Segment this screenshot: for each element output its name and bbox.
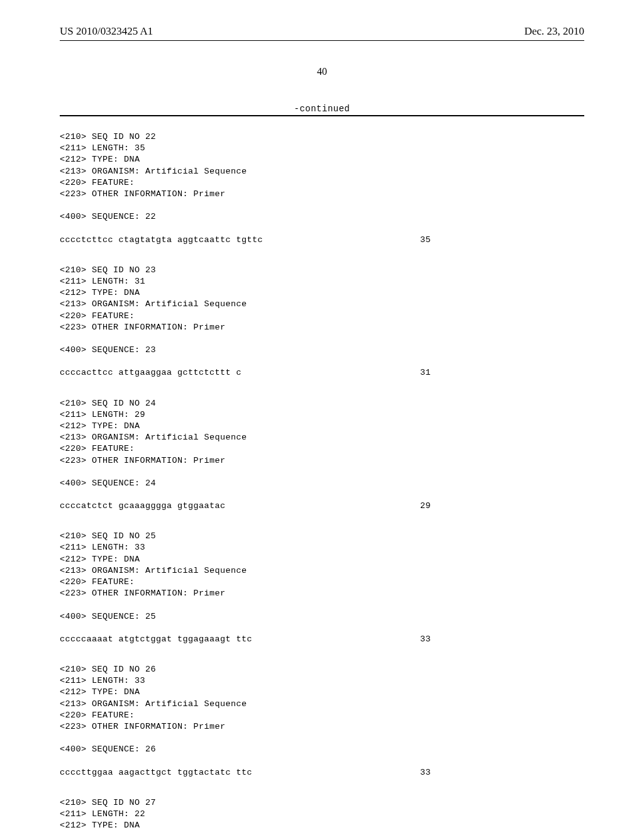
sequence-meta-line: <220> FEATURE: [60,710,584,721]
sequence-meta-line: <223> OTHER INFORMATION: Primer [60,721,584,733]
sequence-meta-line: <212> TYPE: DNA [60,154,584,165]
sequence-length: 31 [420,367,431,379]
sequence-meta-line: <212> TYPE: DNA [60,554,584,565]
publication-date: Dec. 23, 2010 [525,25,584,38]
sequence-block: <210> SEQ ID NO 26<211> LENGTH: 33<212> … [60,664,584,778]
sequence-length: 33 [420,767,431,778]
sequence-meta-line: <223> OTHER INFORMATION: Primer [60,189,584,200]
sequence-meta-line: <212> TYPE: DNA [60,820,584,830]
sequence-block: <210> SEQ ID NO 23<211> LENGTH: 31<212> … [60,265,584,379]
page-container: US 2010/0323425 A1 Dec. 23, 2010 40 -con… [0,0,644,830]
continued-label: -continued [60,104,584,114]
spacer [60,622,584,634]
sequence-meta-line: <212> TYPE: DNA [60,287,584,299]
sequence-text: ccccttggaa aagacttgct tggtactatc ttc [60,767,252,778]
sequence-meta-line: <220> FEATURE: [60,577,584,588]
sequence-meta-line: <213> ORGANISM: Artificial Sequence [60,699,584,710]
publication-number: US 2010/0323425 A1 [60,25,153,38]
sequence-meta-line: <211> LENGTH: 33 [60,542,584,553]
spacer [60,489,584,501]
sequence-text: cccccaaaat atgtctggat tggagaaagt ttc [60,634,252,645]
sequence-meta-line: <210> SEQ ID NO 22 [60,131,584,143]
sequence-line: cccccaaaat atgtctggat tggagaaagt ttc33 [60,634,431,645]
sequence-meta-line: <210> SEQ ID NO 25 [60,531,584,542]
spacer [60,467,584,478]
sequence-meta-line: <212> TYPE: DNA [60,687,584,698]
sequence-meta-line: <220> FEATURE: [60,311,584,322]
sequence-meta-line: <211> LENGTH: 35 [60,143,584,154]
spacer [60,356,584,367]
sequence-length: 29 [420,501,431,512]
sequence-400-label: <400> SEQUENCE: 25 [60,611,584,622]
sequence-text: cccctcttcc ctagtatgta aggtcaattc tgttc [60,235,263,246]
sequence-block: <210> SEQ ID NO 25<211> LENGTH: 33<212> … [60,531,584,645]
sequence-meta-line: <211> LENGTH: 22 [60,809,584,820]
sequence-line: ccccatctct gcaaagggga gtggaatac29 [60,501,431,512]
sequence-400-label: <400> SEQUENCE: 24 [60,478,584,489]
sequence-meta-line: <213> ORGANISM: Artificial Sequence [60,432,584,443]
spacer [60,200,584,211]
sequence-length: 33 [420,634,431,645]
sequence-meta-line: <223> OTHER INFORMATION: Primer [60,322,584,333]
spacer [60,223,584,235]
page-number: 40 [60,66,584,77]
sequence-meta-line: <211> LENGTH: 31 [60,276,584,287]
sequence-meta-line: <213> ORGANISM: Artificial Sequence [60,166,584,177]
sequence-text: ccccacttcc attgaaggaa gcttctcttt c [60,367,242,379]
sequence-length: 35 [420,235,431,246]
spacer [60,333,584,345]
sequence-meta-line: <211> LENGTH: 29 [60,409,584,421]
sequence-line: ccccacttcc attgaaggaa gcttctcttt c31 [60,367,431,379]
sequence-meta-line: <220> FEATURE: [60,177,584,189]
page-header: US 2010/0323425 A1 Dec. 23, 2010 [60,25,584,38]
sequence-meta-line: <212> TYPE: DNA [60,421,584,432]
spacer [60,600,584,611]
sequence-listing: <210> SEQ ID NO 22<211> LENGTH: 35<212> … [60,131,584,830]
spacer [60,756,584,767]
sequence-text: ccccatctct gcaaagggga gtggaatac [60,501,226,512]
header-rule [60,40,584,41]
sequence-400-label: <400> SEQUENCE: 26 [60,744,584,755]
continued-rule [60,115,584,116]
sequence-meta-line: <223> OTHER INFORMATION: Primer [60,455,584,467]
sequence-400-label: <400> SEQUENCE: 23 [60,345,584,356]
sequence-meta-line: <213> ORGANISM: Artificial Sequence [60,299,584,310]
sequence-line: cccctcttcc ctagtatgta aggtcaattc tgttc35 [60,235,431,246]
sequence-meta-line: <213> ORGANISM: Artificial Sequence [60,565,584,577]
sequence-400-label: <400> SEQUENCE: 22 [60,211,584,223]
sequence-meta-line: <211> LENGTH: 33 [60,675,584,687]
sequence-meta-line: <210> SEQ ID NO 27 [60,797,584,809]
sequence-meta-line: <210> SEQ ID NO 23 [60,265,584,276]
spacer [60,733,584,744]
sequence-meta-line: <220> FEATURE: [60,443,584,455]
sequence-line: ccccttggaa aagacttgct tggtactatc ttc33 [60,767,431,778]
sequence-block: <210> SEQ ID NO 22<211> LENGTH: 35<212> … [60,131,584,246]
sequence-block: <210> SEQ ID NO 27<211> LENGTH: 22<212> … [60,797,584,830]
sequence-meta-line: <223> OTHER INFORMATION: Primer [60,588,584,599]
sequence-block: <210> SEQ ID NO 24<211> LENGTH: 29<212> … [60,398,584,512]
sequence-meta-line: <210> SEQ ID NO 24 [60,398,584,409]
sequence-meta-line: <210> SEQ ID NO 26 [60,664,584,675]
